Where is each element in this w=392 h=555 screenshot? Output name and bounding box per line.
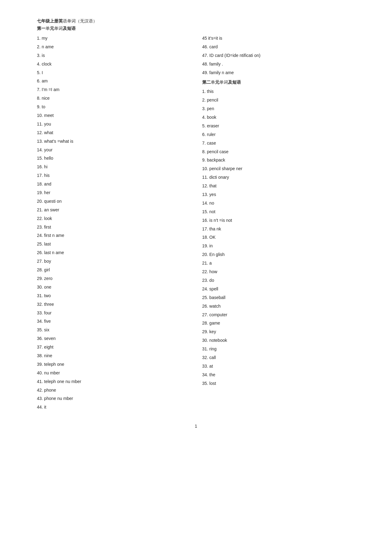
list-item: 11. you: [37, 120, 190, 128]
list-item: 34. the: [202, 371, 355, 379]
list-item: 19. in: [202, 242, 355, 250]
list-item: 25. last: [37, 240, 190, 248]
list-item: 5. I: [37, 69, 190, 77]
list-item: 3. is: [37, 52, 190, 60]
list-item: 6. am: [37, 77, 190, 85]
title-text: 七年级: [37, 18, 50, 23]
list-item: 16. is n't =is not: [202, 217, 355, 225]
list-item: 23. do: [202, 277, 355, 285]
section1-header: 第一单元单词及短语: [37, 26, 355, 31]
list-item: 35. lost: [202, 380, 355, 388]
list-item: 43. phone nu mber: [37, 395, 190, 403]
list-item: 41. teleph one nu mber: [37, 378, 190, 386]
list-item: 47. ID card (ID=ide ntificati on): [202, 52, 355, 60]
list-item: 30. one: [37, 283, 190, 291]
title-bold1: 上册英: [50, 18, 63, 23]
list-item: 37. eight: [37, 343, 190, 351]
list-item: 34. five: [37, 317, 190, 325]
list-item: 20. En glish: [202, 251, 355, 259]
list-item: 29. key: [202, 328, 355, 336]
list-item: 31. two: [37, 292, 190, 300]
list-item: 45 it's=it is: [202, 34, 355, 42]
list-item: 11. dicti onary: [202, 174, 355, 182]
list-item: 15. hello: [37, 154, 190, 162]
list-item: 13. what's =what is: [37, 138, 190, 146]
list-item: 42. phone: [37, 386, 190, 394]
list-item: 21. a: [202, 259, 355, 267]
list-item: 35. six: [37, 326, 190, 334]
list-item: 10. pencil sharpe ner: [202, 165, 355, 173]
list-item: 7. case: [202, 139, 355, 147]
list-item: 14. no: [202, 199, 355, 207]
column-left: 1. my2. n ame3. is4. clock5. I6. am7. I'…: [37, 34, 190, 411]
list-item: 9. backpack: [202, 156, 355, 164]
list-item: 8. pencil case: [202, 148, 355, 156]
list-item: 27. computer: [202, 311, 355, 319]
list-item: 40. nu mber: [37, 369, 190, 377]
list-item: 28. girl: [37, 266, 190, 274]
list-item: 28. game: [202, 319, 355, 327]
list-item: 18. and: [37, 180, 190, 188]
list-item: 48. family .: [202, 60, 355, 68]
list-item: 13. yes: [202, 191, 355, 199]
list-item: 12. what: [37, 129, 190, 137]
list-item: 26. last n ame: [37, 249, 190, 257]
list-item: 44. it: [37, 403, 190, 411]
list-item: 22. look: [37, 215, 190, 223]
list-item: 24. first n ame: [37, 232, 190, 240]
list-item: 24. spell: [202, 285, 355, 293]
list-item: 1. my: [37, 34, 190, 42]
list-item: 27. boy: [37, 258, 190, 266]
list-item: 5. eraser: [202, 122, 355, 130]
list-item: 2. n ame: [37, 43, 190, 51]
list-item: 12. that: [202, 182, 355, 190]
list-item: 16. hi: [37, 163, 190, 171]
list-item: 33. at: [202, 362, 355, 370]
content-area: 1. my2. n ame3. is4. clock5. I6. am7. I'…: [37, 34, 355, 411]
list-item: 21. an swer: [37, 206, 190, 214]
list-item: 23. first: [37, 223, 190, 231]
list-item: 19. her: [37, 189, 190, 197]
page-title: 七年级上册英语单词（无汉语）: [37, 18, 355, 24]
list-item: 15. not: [202, 208, 355, 216]
list-item: 22. how: [202, 268, 355, 276]
list-item: 4. clock: [37, 60, 190, 68]
list-item: 46. card: [202, 43, 355, 51]
list-item: 17. tha nk: [202, 225, 355, 233]
section2-header: 第二单元单词及短语: [202, 78, 355, 86]
list-item: 3. pen: [202, 105, 355, 113]
list-item: 25. baseball: [202, 294, 355, 302]
list-item: 33. four: [37, 309, 190, 317]
list-item: 26. watch: [202, 302, 355, 310]
list-item: 30. notebook: [202, 337, 355, 345]
list-item: 38. nine: [37, 352, 190, 360]
list-item: 4. book: [202, 114, 355, 122]
list-item: 7. I'm =I am: [37, 86, 190, 94]
list-item: 32. three: [37, 301, 190, 309]
list-item: 20. questi on: [37, 198, 190, 206]
title-normal: 语单词（无汉语）: [63, 18, 97, 23]
list-item: 32. call: [202, 354, 355, 362]
list-item: 18. OK: [202, 234, 355, 242]
list-item: 17. his: [37, 172, 190, 180]
list-item: 6. ruler: [202, 131, 355, 139]
list-item: 36. seven: [37, 335, 190, 343]
list-item: 31. ring: [202, 345, 355, 353]
list-item: 2. pencil: [202, 96, 355, 104]
list-item: 9. to: [37, 103, 190, 111]
list-item: 49. family n ame: [202, 69, 355, 77]
list-item: 14. your: [37, 146, 190, 154]
list-item: 1. this: [202, 88, 355, 96]
list-item: 10. meet: [37, 112, 190, 120]
list-item: 39. teleph one: [37, 361, 190, 369]
list-item: 29. zero: [37, 275, 190, 283]
page-number: 1: [37, 424, 355, 429]
column-right: 45 it's=it is46. card47. ID card (ID=ide…: [202, 34, 355, 411]
list-item: 8. nice: [37, 94, 190, 102]
